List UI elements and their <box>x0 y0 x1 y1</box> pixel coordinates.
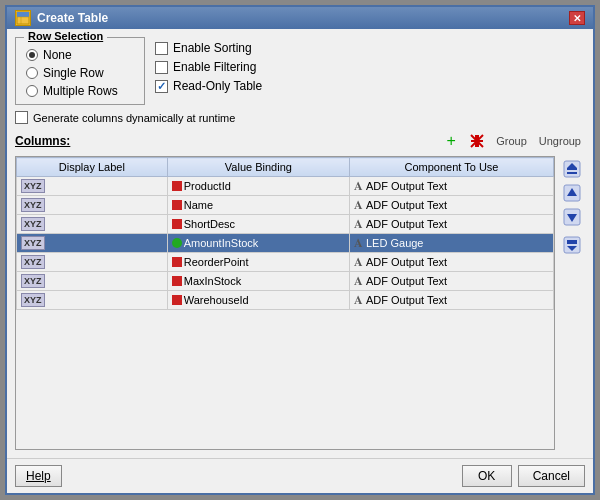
cell-component: 𝐀 ADF Output Text <box>350 291 554 310</box>
create-table-dialog: Create Table ✕ Row Selection None Single… <box>5 5 595 495</box>
table-row[interactable]: XYZ WarehouseId𝐀 ADF Output Text <box>17 291 554 310</box>
footer-right: OK Cancel <box>462 465 585 487</box>
cell-value-binding: WarehouseId <box>167 291 349 310</box>
col-header-component: Component To Use <box>350 158 554 177</box>
table-container: Display Label Value Binding Component To… <box>15 156 585 450</box>
cell-display-label: XYZ <box>17 196 168 215</box>
checkbox-readonly[interactable]: Read-Only Table <box>155 79 262 93</box>
radio-group: None Single Row Multiple Rows <box>26 48 134 98</box>
checkbox-sorting-box[interactable] <box>155 42 168 55</box>
columns-section: Columns: + Group Ungroup <box>15 130 585 450</box>
columns-toolbar: + Group Ungroup <box>440 130 585 152</box>
cell-display-label: XYZ <box>17 272 168 291</box>
svg-rect-19 <box>567 240 577 242</box>
cell-component: 𝐀 LED Gauge <box>350 234 554 253</box>
cell-display-label: XYZ <box>17 253 168 272</box>
close-button[interactable]: ✕ <box>569 11 585 25</box>
checkbox-filtering-box[interactable] <box>155 61 168 74</box>
cell-component: 𝐀 ADF Output Text <box>350 215 554 234</box>
checkbox-filtering-label: Enable Filtering <box>173 60 256 74</box>
cell-display-label: XYZ <box>17 215 168 234</box>
table-row[interactable]: XYZ AmountInStock𝐀 LED Gauge <box>17 234 554 253</box>
svg-rect-1 <box>17 12 29 17</box>
move-top-button[interactable] <box>561 158 583 180</box>
columns-header: Columns: + Group Ungroup <box>15 130 585 152</box>
dialog-title: Create Table <box>37 11 108 25</box>
row-selection-group: Row Selection None Single Row Multiple R… <box>15 37 145 105</box>
cell-component: 𝐀 ADF Output Text <box>350 253 554 272</box>
cell-display-label: XYZ <box>17 291 168 310</box>
top-section: Row Selection None Single Row Multiple R… <box>15 37 585 105</box>
svg-rect-10 <box>567 168 577 170</box>
col-header-display: Display Label <box>17 158 168 177</box>
checkbox-readonly-box[interactable] <box>155 80 168 93</box>
radio-multiple-input[interactable] <box>26 85 38 97</box>
cell-component: 𝐀 ADF Output Text <box>350 177 554 196</box>
cell-component: 𝐀 ADF Output Text <box>350 272 554 291</box>
generate-checkbox[interactable] <box>15 111 28 124</box>
cell-value-binding: MaxInStock <box>167 272 349 291</box>
svg-rect-18 <box>567 242 577 244</box>
cell-value-binding: Name <box>167 196 349 215</box>
ok-button[interactable]: OK <box>462 465 512 487</box>
table-row[interactable]: XYZ ReorderPoint𝐀 ADF Output Text <box>17 253 554 272</box>
cell-value-binding: AmountInStock <box>167 234 349 253</box>
cell-value-binding: ShortDesc <box>167 215 349 234</box>
radio-single-input[interactable] <box>26 67 38 79</box>
cell-component: 𝐀 ADF Output Text <box>350 196 554 215</box>
group-button[interactable]: Group <box>492 134 531 148</box>
table-row[interactable]: XYZ Name𝐀 ADF Output Text <box>17 196 554 215</box>
radio-single[interactable]: Single Row <box>26 66 134 80</box>
radio-none-input[interactable] <box>26 49 38 61</box>
checkboxes-section: Enable Sorting Enable Filtering Read-Onl… <box>155 37 262 105</box>
columns-table: Display Label Value Binding Component To… <box>16 157 554 310</box>
radio-none[interactable]: None <box>26 48 134 62</box>
move-bottom-button[interactable] <box>561 234 583 256</box>
radio-single-label: Single Row <box>43 66 104 80</box>
checkbox-sorting[interactable]: Enable Sorting <box>155 41 262 55</box>
title-bar-left: Create Table <box>15 10 108 26</box>
cell-display-label: XYZ <box>17 234 168 253</box>
checkbox-readonly-label: Read-Only Table <box>173 79 262 93</box>
move-down-button[interactable] <box>561 206 583 228</box>
columns-label: Columns: <box>15 134 70 148</box>
side-arrows <box>559 156 585 450</box>
checkbox-sorting-label: Enable Sorting <box>173 41 252 55</box>
cell-value-binding: ProductId <box>167 177 349 196</box>
col-header-binding: Value Binding <box>167 158 349 177</box>
generate-row[interactable]: Generate columns dynamically at runtime <box>15 111 585 124</box>
radio-none-label: None <box>43 48 72 62</box>
add-column-button[interactable]: + <box>440 130 462 152</box>
table-row[interactable]: XYZ MaxInStock𝐀 ADF Output Text <box>17 272 554 291</box>
dialog-icon <box>15 10 31 26</box>
cell-display-label: XYZ <box>17 177 168 196</box>
generate-label: Generate columns dynamically at runtime <box>33 112 235 124</box>
svg-rect-11 <box>567 172 577 174</box>
ungroup-button[interactable]: Ungroup <box>535 134 585 148</box>
help-button[interactable]: Help <box>15 465 62 487</box>
move-up-button[interactable] <box>561 182 583 204</box>
table-wrapper[interactable]: Display Label Value Binding Component To… <box>15 156 555 450</box>
table-row[interactable]: XYZ ShortDesc𝐀 ADF Output Text <box>17 215 554 234</box>
cancel-button[interactable]: Cancel <box>518 465 585 487</box>
dialog-body: Row Selection None Single Row Multiple R… <box>7 29 593 458</box>
table-header-row: Display Label Value Binding Component To… <box>17 158 554 177</box>
table-row[interactable]: XYZ ProductId𝐀 ADF Output Text <box>17 177 554 196</box>
title-bar: Create Table ✕ <box>7 7 593 29</box>
remove-column-button[interactable] <box>466 130 488 152</box>
footer-left: Help <box>15 465 62 487</box>
radio-multiple[interactable]: Multiple Rows <box>26 84 134 98</box>
radio-multiple-label: Multiple Rows <box>43 84 118 98</box>
cell-value-binding: ReorderPoint <box>167 253 349 272</box>
dialog-footer: Help OK Cancel <box>7 458 593 493</box>
row-selection-legend: Row Selection <box>24 30 107 42</box>
checkbox-filtering[interactable]: Enable Filtering <box>155 60 262 74</box>
